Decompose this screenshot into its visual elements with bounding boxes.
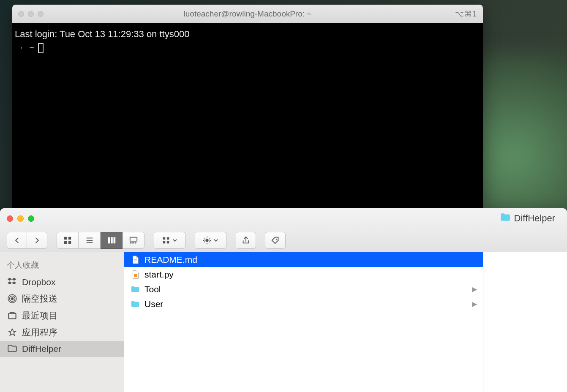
svg-rect-11	[130, 242, 131, 243]
chevron-right-icon: ▶	[472, 300, 477, 308]
svg-rect-12	[132, 242, 134, 243]
terminal-title: luoteacher@rowling-MacbookPro: ~	[12, 9, 483, 19]
gallery-view-button[interactable]	[123, 232, 144, 249]
forward-button[interactable]	[27, 232, 47, 249]
sidebar-item-label: 最近项目	[22, 310, 57, 321]
sidebar-item-applications[interactable]: 应用程序	[0, 324, 124, 341]
folder-icon	[7, 343, 18, 354]
svg-rect-7	[108, 237, 110, 243]
svg-rect-13	[134, 242, 136, 243]
close-button[interactable]	[18, 11, 24, 17]
terminal-shortcut-label: ⌥⌘1	[455, 9, 477, 19]
icon-view-button[interactable]	[57, 232, 79, 249]
finder-window: DiffHelper	[0, 208, 567, 392]
sidebar-item-label: 应用程序	[22, 327, 57, 338]
arrange-group	[154, 232, 185, 249]
dropbox-icon	[7, 277, 18, 288]
svg-point-18	[205, 239, 208, 242]
svg-rect-14	[163, 237, 166, 240]
share-group	[236, 232, 256, 249]
svg-rect-23	[8, 313, 16, 319]
terminal-titlebar[interactable]: luoteacher@rowling-MacbookPro: ~ ⌥⌘1	[12, 5, 483, 23]
finder-sidebar: 个人收藏 Dropbox 隔空投送 最近项目 应用程序 DiffHelper	[0, 252, 124, 392]
svg-rect-8	[111, 237, 113, 243]
chevron-right-icon: ▶	[472, 285, 477, 293]
close-button[interactable]	[7, 215, 13, 222]
sidebar-item-diffhelper[interactable]: DiffHelper	[0, 341, 124, 357]
svg-point-19	[276, 238, 277, 240]
folder-name: User	[144, 299, 163, 309]
svg-rect-16	[163, 241, 166, 243]
action-group	[195, 232, 226, 249]
sidebar-item-label: 隔空投送	[22, 293, 57, 305]
document-icon	[130, 255, 140, 265]
file-row-startpy[interactable]: start.py	[124, 267, 483, 282]
column-view: README.md start.py Tool ▶	[124, 252, 567, 392]
column-view-button[interactable]	[101, 232, 123, 249]
terminal-prompt: → ~	[15, 41, 480, 54]
folder-icon	[130, 299, 140, 309]
folder-row-user[interactable]: User ▶	[124, 297, 483, 311]
nav-buttons	[7, 232, 47, 249]
zoom-button[interactable]	[28, 215, 34, 222]
recents-icon	[7, 310, 18, 321]
file-name: start.py	[144, 270, 174, 280]
list-view-button[interactable]	[79, 232, 101, 249]
tags-group	[265, 232, 286, 249]
sidebar-favorites-header: 个人收藏	[0, 258, 124, 274]
folder-row-tool[interactable]: Tool ▶	[124, 282, 483, 297]
action-menu-button[interactable]	[195, 232, 226, 249]
folder-name: Tool	[144, 284, 161, 294]
svg-rect-27	[134, 274, 137, 277]
terminal-last-login: Last login: Tue Oct 13 11:29:33 on ttys0…	[15, 27, 480, 41]
minimize-button[interactable]	[28, 11, 34, 17]
minimize-button[interactable]	[17, 215, 24, 222]
svg-rect-2	[64, 241, 67, 243]
zoom-button[interactable]	[38, 11, 44, 17]
sidebar-item-airdrop[interactable]: 隔空投送	[0, 290, 124, 307]
svg-rect-1	[68, 237, 71, 239]
file-name: README.md	[144, 255, 197, 265]
finder-toolbar	[0, 229, 567, 252]
svg-rect-9	[113, 237, 115, 243]
svg-point-20	[11, 297, 14, 300]
airdrop-icon	[7, 293, 18, 304]
finder-window-title: DiffHelper	[500, 212, 555, 224]
finder-titlebar[interactable]: DiffHelper	[0, 208, 567, 229]
group-by-button[interactable]	[154, 232, 185, 249]
svg-rect-0	[64, 237, 67, 239]
svg-rect-15	[167, 237, 169, 240]
finder-title-text: DiffHelper	[514, 213, 555, 224]
prompt-tilde: ~	[29, 42, 35, 53]
finder-content: README.md start.py Tool ▶	[124, 252, 567, 392]
column-1: README.md start.py Tool ▶	[124, 252, 483, 392]
file-row-readme[interactable]: README.md	[124, 252, 483, 267]
sidebar-item-label: Dropbox	[22, 277, 55, 287]
applications-icon	[7, 327, 18, 338]
terminal-cursor	[38, 43, 44, 53]
terminal-window: luoteacher@rowling-MacbookPro: ~ ⌥⌘1 Las…	[12, 5, 483, 208]
finder-traffic-lights	[7, 215, 34, 222]
folder-icon	[130, 284, 140, 294]
svg-rect-10	[130, 237, 137, 241]
sidebar-item-dropbox[interactable]: Dropbox	[0, 274, 124, 290]
folder-icon	[500, 212, 511, 224]
svg-rect-3	[68, 241, 71, 243]
terminal-body[interactable]: Last login: Tue Oct 13 11:29:33 on ttys0…	[12, 23, 483, 59]
prompt-arrow-icon: →	[15, 42, 24, 53]
view-mode-group	[57, 232, 144, 249]
script-icon	[130, 270, 140, 280]
svg-rect-17	[167, 241, 169, 243]
finder-body: 个人收藏 Dropbox 隔空投送 最近项目 应用程序 DiffHelper	[0, 252, 567, 392]
sidebar-item-label: DiffHelper	[22, 344, 61, 354]
sidebar-item-recents[interactable]: 最近项目	[0, 307, 124, 324]
share-button[interactable]	[236, 232, 256, 249]
column-2-preview	[483, 252, 567, 392]
tags-button[interactable]	[265, 232, 286, 249]
terminal-traffic-lights	[18, 11, 44, 17]
back-button[interactable]	[7, 232, 27, 249]
